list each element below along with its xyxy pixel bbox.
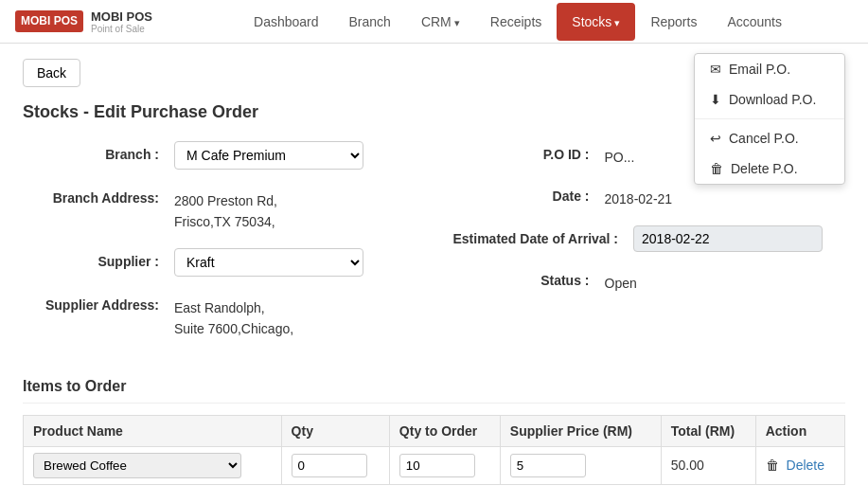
- nav-link-receipts[interactable]: Receipts: [475, 3, 557, 41]
- download-icon: ⬇: [710, 92, 721, 107]
- nav-item-receipts[interactable]: Receipts: [475, 3, 557, 41]
- download-po-label: Download P.O.: [729, 92, 816, 107]
- est-arrival-input-wrapper: [633, 225, 823, 252]
- table-row: Brewed Coffee 50.00 🗑 Del: [24, 446, 845, 484]
- branch-address-value: 2800 Preston Rd, Frisco,TX 75034,: [174, 185, 277, 233]
- cancel-po-label: Cancel P.O.: [729, 131, 799, 146]
- email-po-item[interactable]: ✉ Email P.O.: [695, 54, 844, 84]
- qty-cell[interactable]: [281, 446, 389, 484]
- supplier-select-wrapper[interactable]: Kraft: [174, 248, 363, 277]
- branch-row: Branch : M Cafe Premium: [23, 141, 416, 170]
- table-body: Brewed Coffee 50.00 🗑 Del: [24, 446, 845, 484]
- trash-small-icon: 🗑: [766, 458, 779, 473]
- nav-link-accounts[interactable]: Accounts: [712, 3, 797, 41]
- branch-select-wrapper[interactable]: M Cafe Premium: [174, 141, 363, 170]
- logo-brand: MOBI POS: [21, 14, 78, 27]
- nav-item-crm[interactable]: CRM: [406, 3, 475, 41]
- email-icon: ✉: [710, 62, 721, 77]
- branch-address-line2: Frisco,TX 75034,: [174, 211, 277, 232]
- status-row: Status : Open: [453, 267, 846, 294]
- status-value: Open: [605, 267, 637, 294]
- status-label: Status :: [453, 267, 605, 288]
- qty-input[interactable]: [292, 454, 367, 477]
- nav-item-branch[interactable]: Branch: [334, 3, 406, 41]
- dropdown-divider: [695, 118, 844, 119]
- nav-item-dashboard[interactable]: Dashboard: [239, 3, 334, 41]
- est-arrival-row: Estimated Date of Arrival :: [453, 225, 846, 252]
- col-total: Total (RM): [661, 415, 755, 446]
- date-label: Date :: [453, 183, 605, 204]
- nav-item-accounts[interactable]: Accounts: [712, 3, 797, 41]
- supplier-address-value: East Randolph, Suite 7600,Chicago,: [174, 292, 293, 340]
- est-arrival-label: Estimated Date of Arrival :: [453, 225, 634, 246]
- logo-box: MOBI POS: [15, 10, 83, 31]
- branch-label: Branch :: [23, 141, 174, 162]
- cancel-icon: ↩: [710, 131, 721, 146]
- total-cell: 50.00: [661, 446, 755, 484]
- branch-address-row: Branch Address: 2800 Preston Rd, Frisco,…: [23, 185, 416, 233]
- po-id-value: PO...: [605, 141, 635, 168]
- items-table: Product Name Qty Qty to Order Supplier P…: [23, 415, 845, 485]
- nav-link-reports[interactable]: Reports: [635, 3, 712, 41]
- logo-brand-text: MOBI POS: [91, 9, 152, 24]
- delete-po-item[interactable]: 🗑 Delete P.O.: [695, 153, 844, 184]
- col-action: Action: [755, 415, 844, 446]
- delete-link[interactable]: Delete: [787, 458, 824, 473]
- nav-link-branch[interactable]: Branch: [334, 3, 406, 41]
- action-cell[interactable]: 🗑 Delete: [755, 446, 844, 484]
- supplier-select[interactable]: Kraft: [174, 248, 363, 277]
- supplier-address-row: Supplier Address: East Randolph, Suite 7…: [23, 292, 416, 340]
- col-product-name: Product Name: [24, 415, 282, 446]
- items-section-title: Items to Order: [23, 378, 845, 404]
- nav-item-reports[interactable]: Reports: [635, 3, 712, 41]
- date-row: Date : 2018-02-21: [453, 183, 846, 209]
- supplier-label: Supplier :: [23, 248, 174, 269]
- po-id-label: P.O ID :: [453, 141, 605, 162]
- col-supplier-price: Supplier Price (RM): [500, 415, 661, 446]
- nav-item-stocks[interactable]: Stocks: [557, 3, 635, 41]
- est-arrival-input: [633, 225, 823, 252]
- nav-link-stocks[interactable]: Stocks: [557, 3, 635, 41]
- nav-links: Dashboard Branch CRM Receipts Stocks Rep…: [183, 3, 853, 41]
- supplier-row: Supplier : Kraft: [23, 248, 416, 277]
- qty-to-order-cell[interactable]: [389, 446, 500, 484]
- cancel-po-item[interactable]: ↩ Cancel P.O.: [695, 123, 844, 153]
- content-area: Back Action ✉ Email P.O. ⬇ Download P.O.…: [0, 44, 868, 500]
- navbar: MOBI POS MOBI POS Point of Sale Dashboar…: [0, 0, 868, 44]
- nav-link-dashboard[interactable]: Dashboard: [239, 3, 334, 41]
- table-header: Product Name Qty Qty to Order Supplier P…: [24, 415, 845, 446]
- back-button[interactable]: Back: [23, 59, 80, 87]
- col-qty: Qty: [281, 415, 389, 446]
- supplier-price-cell[interactable]: [500, 446, 661, 484]
- trash-icon: 🗑: [710, 161, 723, 176]
- branch-address-line1: 2800 Preston Rd,: [174, 190, 277, 211]
- table-header-row: Product Name Qty Qty to Order Supplier P…: [24, 415, 845, 446]
- supplier-address-line1: East Randolph,: [174, 297, 293, 318]
- supplier-address-label: Supplier Address:: [23, 292, 174, 313]
- col-qty-to-order: Qty to Order: [389, 415, 500, 446]
- items-section: Items to Order Product Name Qty Qty to O…: [23, 378, 845, 485]
- form-left: Branch : M Cafe Premium Branch Address: …: [23, 141, 416, 355]
- email-po-label: Email P.O.: [729, 62, 790, 77]
- supplier-address-line2: Suite 7600,Chicago,: [174, 318, 293, 339]
- product-cell[interactable]: Brewed Coffee: [24, 446, 282, 484]
- nav-link-crm[interactable]: CRM: [406, 3, 475, 41]
- product-select[interactable]: Brewed Coffee: [33, 453, 241, 478]
- action-dropdown: ✉ Email P.O. ⬇ Download P.O. ↩ Cancel P.…: [694, 53, 845, 185]
- supplier-price-input[interactable]: [510, 454, 586, 477]
- delete-po-label: Delete P.O.: [731, 161, 798, 176]
- branch-select[interactable]: M Cafe Premium: [174, 141, 363, 170]
- branch-address-label: Branch Address:: [23, 185, 174, 206]
- download-po-item[interactable]: ⬇ Download P.O.: [695, 84, 844, 115]
- logo: MOBI POS MOBI POS Point of Sale: [15, 9, 152, 34]
- logo-tagline: Point of Sale: [91, 24, 152, 34]
- date-value: 2018-02-21: [605, 183, 673, 209]
- qty-to-order-input[interactable]: [399, 454, 475, 477]
